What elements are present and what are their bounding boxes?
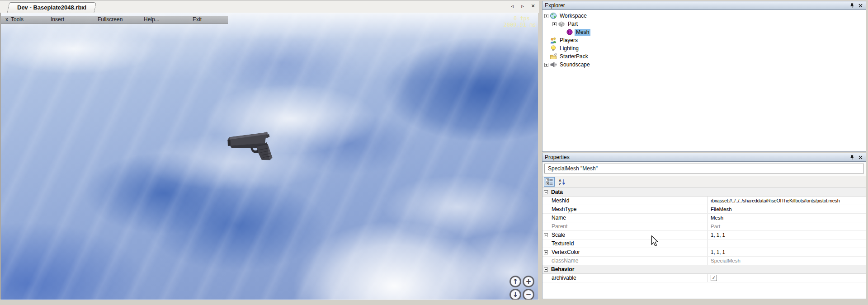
tab-bar: Dev - Baseplate2048.rbxl ◃ ▹ ✕ — [0, 0, 539, 13]
tree-item-mesh[interactable]: Mesh — [542, 28, 866, 36]
categorized-view-button[interactable] — [544, 177, 555, 187]
section-label: Behavior — [549, 266, 707, 272]
close-icon[interactable] — [857, 3, 863, 9]
tab-close-icon[interactable]: ✕ — [530, 3, 536, 9]
property-value-name[interactable]: Mesh — [707, 214, 866, 222]
property-gutter — [542, 248, 549, 256]
menu-item-tools[interactable]: Tools — [11, 16, 24, 23]
menu-item-help[interactable]: Help... — [144, 16, 160, 23]
property-gutter — [542, 214, 549, 222]
property-name: Scale — [549, 232, 707, 238]
tab-scroll-left-icon[interactable]: ◃ — [509, 3, 515, 9]
arrow-up-icon: ↑ — [513, 278, 519, 285]
property-row-textureid: TextureId — [542, 239, 866, 248]
tree-item-label: Mesh — [575, 29, 590, 36]
property-value-meshid[interactable]: rbxasset://../../../shareddata/RiseOfThe… — [707, 197, 866, 205]
frame-time-counter: 2009.91 ms — [504, 22, 536, 28]
expander-plus-icon[interactable] — [544, 233, 548, 237]
property-name: TextureId — [549, 240, 707, 247]
property-name: MeshId — [549, 197, 707, 204]
viewport-3d[interactable]: xToolsInsertFullscreenHelp...Exit 0 fps … — [0, 13, 538, 300]
selected-object-combobox[interactable]: SpecialMesh "Mesh" — [544, 164, 864, 174]
expander-plus-icon[interactable] — [544, 250, 548, 254]
property-row-name: NameMesh — [542, 214, 866, 222]
property-value-vertexcolor[interactable]: 1, 1, 1 — [707, 248, 866, 256]
game-menubar: xToolsInsertFullscreenHelp...Exit — [1, 16, 228, 24]
property-row-meshtype: MeshTypeFileMesh — [542, 205, 866, 214]
property-gutter — [542, 274, 549, 282]
menu-item-insert[interactable]: Insert — [51, 16, 64, 23]
property-gutter — [542, 205, 549, 213]
tree-item-label: Part — [566, 21, 579, 28]
property-name: Parent — [549, 223, 707, 230]
tab-scroll-right-icon[interactable]: ▹ — [519, 3, 526, 9]
expander-plus-icon[interactable] — [544, 63, 548, 67]
fps-counter: 0 fps — [504, 15, 536, 22]
property-value-parent: Part — [707, 222, 866, 230]
section-gutter — [542, 265, 549, 273]
game-window: Dev - Baseplate2048.rbxl ◃ ▹ ✕ xToolsIns… — [0, 0, 539, 300]
dock-panels: Explorer WorkspacePartMeshPlayersLightin… — [539, 0, 868, 305]
menu-item-exit[interactable]: Exit — [193, 16, 202, 23]
property-row-classname: classNameSpecialMesh — [542, 257, 866, 265]
tree-item-players[interactable]: Players — [542, 36, 866, 44]
tree-item-soundscape[interactable]: Soundscape — [542, 61, 866, 69]
checkbox-checked-icon[interactable]: ✓ — [711, 275, 717, 281]
pistol-mesh-render[interactable] — [227, 130, 282, 163]
property-grid: DataMeshIdrbxasset://../../../shareddata… — [542, 188, 866, 299]
property-gutter — [542, 231, 549, 239]
property-value-meshtype[interactable]: FileMesh — [707, 205, 866, 213]
expander-plus-icon[interactable] — [552, 22, 557, 26]
plus-icon: + — [526, 278, 532, 285]
property-gutter — [542, 197, 549, 205]
expander-minus-icon[interactable] — [544, 190, 548, 194]
pin-icon[interactable] — [849, 155, 855, 160]
properties-panel: Properties SpecialMesh "Mesh" — [542, 153, 866, 299]
pan-down-button[interactable]: ↓ — [509, 289, 521, 300]
zoom-out-button[interactable]: − — [523, 289, 534, 300]
property-row-archivable: archivable✓ — [542, 274, 866, 282]
properties-title: Properties — [545, 154, 570, 160]
property-name: MeshType — [549, 206, 707, 212]
part-brick-icon — [558, 20, 565, 28]
arrow-down-icon: ↓ — [513, 291, 519, 298]
lighting-bulb-icon — [550, 45, 557, 52]
tree-item-label: Lighting — [558, 45, 580, 52]
explorer-header: Explorer — [542, 1, 866, 10]
tree-item-workspace[interactable]: Workspace — [542, 12, 866, 20]
tree-item-part[interactable]: Part — [542, 20, 866, 28]
zoom-in-button[interactable]: + — [523, 276, 534, 287]
property-value-archivable[interactable]: ✓ — [707, 274, 866, 282]
property-row-scale: Scale1, 1, 1 — [542, 231, 866, 239]
close-icon[interactable] — [857, 155, 863, 160]
tree-item-label: Workspace — [558, 13, 588, 19]
roblox-studio-window: Dev - Baseplate2048.rbxl ◃ ▹ ✕ xToolsIns… — [0, 0, 868, 305]
property-value-scale[interactable]: 1, 1, 1 — [707, 231, 866, 239]
document-tab[interactable]: Dev - Baseplate2048.rbxl — [8, 2, 95, 13]
mesh-sphere-icon — [566, 28, 573, 36]
explorer-tree: WorkspacePartMeshPlayersLightingStarterP… — [542, 10, 866, 152]
pan-up-button[interactable]: ↑ — [509, 276, 521, 287]
starterpack-folder-icon — [550, 53, 557, 60]
tab-bar-controls: ◃ ▹ ✕ — [509, 3, 536, 9]
alphabetical-sort-button[interactable]: A Z — [557, 177, 567, 187]
property-value-textureid[interactable] — [707, 239, 866, 248]
camera-nav-pad: ↑+↓− — [509, 276, 534, 300]
property-gutter — [542, 222, 549, 230]
pin-icon[interactable] — [849, 3, 855, 9]
property-section-behavior[interactable]: Behavior — [542, 265, 866, 274]
document-tab-title: Dev - Baseplate2048.rbxl — [17, 4, 86, 11]
property-section-data[interactable]: Data — [542, 188, 866, 197]
section-gutter — [542, 188, 549, 196]
tree-item-lighting[interactable]: Lighting — [542, 44, 866, 52]
expander-plus-icon[interactable] — [544, 14, 548, 18]
expander-minus-icon[interactable] — [544, 267, 548, 272]
property-row-meshid: MeshIdrbxasset://../../../shareddata/Ris… — [542, 197, 866, 205]
selection-box-wrap: SpecialMesh "Mesh" — [542, 162, 866, 176]
performance-stats: 0 fps 2009.91 ms — [504, 15, 536, 28]
svg-text:Z: Z — [559, 182, 561, 186]
tree-item-starterpack[interactable]: StarterPack — [542, 52, 866, 61]
property-name: archivable — [549, 275, 707, 281]
menu-item-fullscreen[interactable]: Fullscreen — [98, 16, 123, 23]
menubar-close-icon[interactable]: x — [5, 16, 8, 23]
